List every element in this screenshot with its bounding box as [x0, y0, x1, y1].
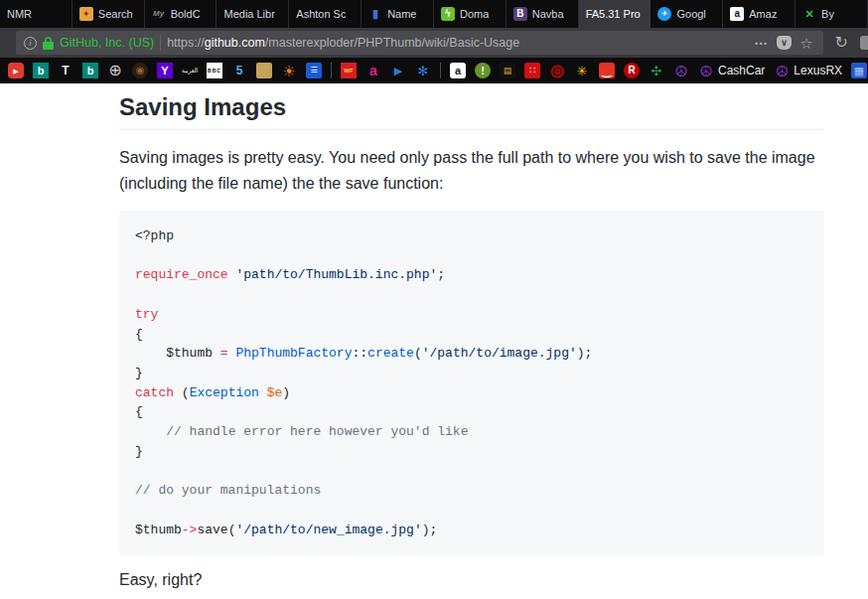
bookmark-item[interactable]: WF [338, 63, 360, 78]
page-content: Saving Images Saving images is pretty ea… [0, 83, 868, 599]
code-line: { [135, 402, 808, 422]
browser-tab[interactable]: Ashton Sc [289, 0, 362, 28]
tab-title: Googl [676, 8, 705, 20]
bookmark-favicon-icon [256, 63, 272, 78]
browser-tab[interactable]: FA5.31 Pro [579, 0, 651, 28]
bookmark-item[interactable]: ⊕ [104, 63, 126, 78]
identity-separator [160, 35, 161, 51]
browser-tab[interactable]: NMR [0, 0, 72, 28]
browser-tab[interactable]: B Navba [506, 0, 579, 28]
bookmark-item[interactable]: ☮ LexusRX [771, 63, 845, 78]
url-domain: github.com [205, 36, 265, 50]
tab-title: NMR [7, 8, 32, 20]
bookmark-item[interactable]: ∷ [521, 63, 543, 78]
bookmark-item[interactable]: b [79, 63, 101, 78]
browser-tab[interactable]: ▮ Name [362, 0, 434, 28]
bookmark-item[interactable]: T [55, 63, 76, 78]
bookmark-favicon-icon: ∷ [524, 63, 540, 78]
intro-paragraph: Saving images is pretty easy. You need o… [119, 145, 824, 197]
bookmark-star-icon[interactable]: ☆ [797, 36, 814, 51]
bookmark-favicon-icon: ▦ [851, 63, 867, 78]
bookmark-item[interactable] [253, 63, 275, 78]
bookmark-item[interactable]: العربية [179, 63, 201, 78]
tab-favicon-icon: ϟ [441, 7, 455, 21]
code-line: require_once 'path/to/ThumbLib.inc.php'; [135, 265, 808, 285]
tab-favicon-icon: B [513, 7, 527, 21]
bookmark-favicon-icon: ✣ [649, 63, 664, 78]
bookmark-item[interactable]: ▤ [497, 63, 518, 78]
code-line: <?php [135, 226, 808, 246]
browser-window: NMR ✦ Search My BoldC Media Libr Ashton … [0, 0, 868, 599]
code-line [135, 246, 808, 266]
tab-title: Amaz [749, 8, 777, 20]
tab-title: Search [98, 8, 133, 20]
bookmark-favicon-icon: T [58, 63, 73, 78]
browser-tab[interactable]: a Amaz [723, 0, 796, 28]
bookmark-item[interactable]: ☀ [278, 63, 300, 78]
bookmark-item[interactable]: ◎ [546, 63, 568, 78]
tab-bar: NMR ✦ Search My BoldC Media Libr Ashton … [0, 0, 868, 28]
bookmark-favicon-icon: 5 [231, 63, 247, 78]
bookmark-item[interactable]: ▦ C [848, 63, 868, 78]
tab-title: By [821, 8, 834, 20]
browser-tab[interactable]: ϟ Doma [434, 0, 506, 28]
bookmark-favicon-icon: ▤ [500, 63, 515, 78]
url-path: /masterexploder/PHPThumb/wiki/Basic-Usag… [265, 36, 519, 50]
site-identity-label[interactable]: GitHub, Inc. (US) [60, 36, 154, 50]
browser-tab[interactable]: Media Libr [217, 0, 289, 28]
code-line: } [135, 364, 808, 383]
bookmark-item[interactable]: ✳ [571, 63, 593, 78]
code-line [135, 501, 808, 521]
bookmark-item[interactable]: ▶ [5, 63, 27, 78]
bookmark-item[interactable]: ☰ [303, 63, 325, 78]
bookmark-item[interactable]: a [362, 63, 384, 78]
bookmark-item[interactable]: ✣ [646, 63, 667, 78]
bookmark-item[interactable]: R [621, 63, 643, 78]
bookmark-item[interactable]: ✻ [412, 63, 434, 78]
tab-title: FA5.31 Pro [586, 8, 641, 20]
page-info-icon[interactable]: i [24, 37, 37, 50]
url-bar[interactable]: i GitHub, Inc. (US) https://github.com/m… [16, 31, 823, 55]
reload-icon[interactable]: ↻ [827, 35, 856, 51]
partial-toolbar-icon[interactable] [860, 36, 868, 50]
lock-icon [43, 37, 54, 50]
bookmark-item[interactable]: b [30, 63, 52, 78]
bookmark-favicon-icon: ◎ [549, 63, 565, 78]
bookmark-favicon-icon: WF [341, 63, 357, 78]
bookmark-item[interactable]: ◉ [129, 63, 151, 78]
bookmark-item[interactable]: ! [472, 63, 494, 78]
pocket-icon[interactable]: ∨ [777, 36, 792, 50]
bookmark-item[interactable] [440, 63, 441, 78]
page-actions-icon[interactable]: ⋯ [752, 35, 771, 51]
bookmark-item[interactable] [331, 63, 332, 78]
bookmark-favicon-icon: ⊕ [107, 63, 123, 78]
code-line: try [135, 305, 808, 325]
tab-title: Name [387, 8, 416, 20]
browser-tab[interactable]: ✦ Search [72, 0, 145, 28]
outro-paragraph: Easy, right? [119, 571, 824, 589]
tab-favicon-icon: ✈ [657, 7, 671, 21]
bookmark-label: LexusRX [794, 64, 842, 77]
bookmarks-bar: ▶ b T b ⊕ ◉ [0, 58, 868, 83]
bookmark-item[interactable]: Y [154, 63, 176, 78]
browser-tab[interactable]: My BoldC [145, 0, 217, 28]
bookmark-favicon-icon: BBC [207, 63, 222, 78]
bookmark-item[interactable]: ☮ CashCar [695, 63, 768, 78]
bookmark-item[interactable]: a [447, 63, 469, 78]
bookmark-item[interactable]: 5 [228, 63, 250, 78]
bookmark-favicon-icon: ‿ [599, 63, 615, 78]
bookmark-item[interactable]: ▶ [387, 63, 409, 78]
bookmark-favicon-icon: ! [475, 63, 491, 78]
url-scheme: https:// [167, 36, 205, 50]
bookmark-favicon-icon: ✳ [574, 63, 590, 78]
bookmark-item[interactable]: ‿ [596, 63, 618, 78]
bookmark-item[interactable]: ☮ [670, 63, 692, 78]
code-line: // handle error here however you'd like [135, 422, 808, 442]
bookmark-favicon-icon: Y [157, 63, 173, 78]
bookmark-item[interactable]: BBC [204, 63, 225, 78]
url-text[interactable]: https://github.com/masterexploder/PHPThu… [167, 36, 746, 50]
browser-tab[interactable]: ✕ By [796, 0, 868, 28]
browser-tab[interactable]: ✈ Googl [651, 0, 723, 28]
bookmark-favicon-icon: ☮ [774, 63, 790, 78]
bookmark-favicon-icon: العربية [182, 63, 198, 78]
